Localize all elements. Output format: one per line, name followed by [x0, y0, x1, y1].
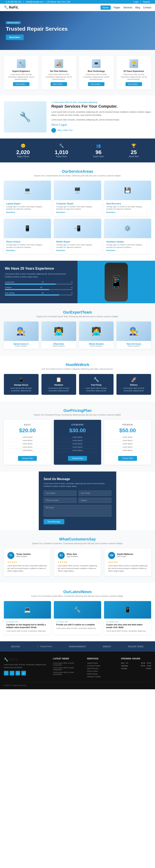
contact-email-input[interactable]	[78, 491, 111, 496]
work-step-desc-0: Lorem ipsum dolor sit amet, consectetur …	[7, 387, 36, 392]
social-facebook-icon[interactable]: f	[4, 671, 8, 676]
pricing-title: OurPricingPlan	[4, 408, 151, 413]
contact-name-input[interactable]	[44, 491, 77, 496]
experience-left: We Have 25 Years Experience Lorem ipsum …	[0, 261, 78, 303]
service-link-2[interactable]: Read More →	[106, 211, 118, 213]
team-body-0: Samuel Jason S. Expert Repairer	[4, 341, 39, 349]
hero-section: Repair Shop Trusted Repair Services Read…	[0, 11, 155, 50]
reviewer-name-0: Tomas Jasmine	[16, 553, 31, 555]
work-step-2: 🔧 Fast Fixing Lorem ipsum dolor sit amet…	[79, 374, 114, 395]
testimonial-text-0: Lorem ipsum dolor sit amet, consectetur …	[7, 564, 47, 572]
hero-title: Trusted Repair Services	[6, 26, 68, 32]
plan-btn-2[interactable]: Choose Plan	[118, 456, 137, 461]
team-body-2: Miriam Amanda Expert Repairer	[79, 341, 114, 349]
service-img-4: 📲	[54, 219, 101, 238]
experience-section: We Have 25 Years Experience Lorem ipsum …	[0, 261, 155, 303]
stat-icon-3: 🏆	[129, 143, 139, 148]
work-step-desc-3: Lorem ipsum dolor sit amet, consectetur …	[119, 387, 148, 392]
service-desc-1: Average age 4.5 months in the repair cat…	[56, 206, 99, 210]
login-link[interactable]: Login	[134, 1, 138, 3]
footer-hours-title: Opening Hours	[121, 657, 151, 660]
feature-btn-0[interactable]: View Details →	[13, 82, 30, 86]
feature-btn-2[interactable]: View Details →	[88, 82, 105, 86]
stat-icon-1: 🔧	[55, 143, 68, 148]
testimonials-subtitle: Explore Our Consistent Customers: Consis…	[4, 542, 151, 545]
how-work-subtitle: Get Your Project Done in 4 Steps! Catego…	[4, 368, 151, 370]
reviewer-info-2: Sandra Matheson SEO Expert	[117, 553, 133, 558]
footer-services-title: Services	[87, 657, 117, 660]
progress-label-1: Analysis	[5, 286, 11, 288]
social-youtube-icon[interactable]: yt	[21, 671, 26, 676]
nav-blog[interactable]: Blog	[135, 6, 140, 9]
video-tour-button[interactable]: ▶ Take a Video Tour	[51, 128, 73, 133]
news-desc-2: Lorem ipsum dolor sit amet, consectetur …	[106, 630, 149, 632]
service-img-2: 💾	[104, 181, 151, 200]
reviewer-info-0: Tomas Jasmine Web Designer	[16, 553, 31, 558]
feature-item: Lorem ipsum	[107, 439, 148, 442]
list-item: Laptop Repair	[87, 662, 117, 664]
stars-2: ★★★★★	[108, 561, 148, 563]
nav-services[interactable]: Services	[123, 6, 132, 9]
team-body-1: Ethan Dave Expert Repairer	[41, 341, 76, 349]
service-link-4[interactable]: Read More →	[56, 249, 68, 251]
register-link[interactable]: Register	[143, 1, 150, 3]
contact-phone-input[interactable]	[44, 498, 77, 503]
social-linkedin-icon[interactable]: in	[15, 671, 20, 676]
reviewer-role-2: SEO Expert	[117, 555, 133, 558]
team-section: OurExpertTeam Explore Our Committed Expe…	[0, 303, 155, 356]
nav-home[interactable]: Home	[101, 5, 111, 10]
service-title-3: Phone Unlock	[6, 241, 49, 243]
plan-name-1: Standard	[57, 424, 98, 426]
feature-card-3: 🏆 25 Years Experience Lorem ipsum dolor …	[116, 56, 151, 90]
partner-4: RAZOR WIDE	[128, 645, 144, 648]
news-date-0: 01 January, 2024	[6, 621, 49, 623]
footer-services-col: Services Laptop Repair Computer Repair D…	[87, 657, 117, 678]
reviewer-role-0: Web Designer	[16, 555, 31, 558]
feature-btn-3[interactable]: View Details →	[125, 82, 142, 86]
service-link-1[interactable]: Read More →	[56, 211, 68, 213]
logo: 🔧 ReFit.	[4, 5, 18, 9]
progress-analysis: Analysis 65%	[5, 286, 73, 290]
phone-link[interactable]: +1 (0) 000 555 234	[5, 1, 21, 3]
service-title-4: Mobile Repair	[56, 241, 99, 243]
contact-email-group	[78, 491, 111, 496]
service-card-3: 📱 Phone Unlock Average age 4.5 months in…	[4, 219, 51, 254]
work-step-icon-0: 📱	[7, 377, 36, 382]
plan-price-0: $20.00	[7, 427, 48, 434]
feature-title-0: Expert Engineers	[7, 70, 36, 72]
plan-name-0: Basic	[7, 424, 48, 426]
contact-form-row1	[44, 491, 111, 498]
plan-btn-1[interactable]: Choose Plan	[68, 456, 87, 461]
team-title: OurExpertTeam	[4, 310, 151, 314]
hero-cta-button[interactable]: Read More	[6, 35, 24, 40]
partner-1: ⚫ Cupertino	[37, 645, 52, 648]
contact-message-input[interactable]	[44, 505, 111, 517]
nav-menu: Home Pages Services Blog Contact	[101, 6, 151, 9]
service-link-0[interactable]: Read More →	[6, 211, 17, 213]
plan-price-2: $50.00	[107, 427, 148, 434]
testimonial-0: TJ Tomas Jasmine Web Designer ★★★★★ Lore…	[4, 549, 50, 576]
plan-btn-0[interactable]: Choose Plan	[18, 456, 37, 461]
social-twitter-icon[interactable]: t	[10, 671, 14, 676]
stat-2: 👥 96 Expert Team	[93, 143, 104, 158]
nav-pages[interactable]: Pages	[114, 6, 120, 9]
feature-item: Lorem ipsum	[57, 445, 98, 449]
contact-section: Send Us Message Lorem ipsum dolor sit am…	[0, 471, 155, 530]
top-bar: +1 (0) 000 555 234 | hello@example.com |…	[0, 0, 155, 4]
service-link-3[interactable]: Read More →	[6, 249, 17, 251]
news-title-0: Capitalize on low hanging fruit to ident…	[6, 623, 49, 629]
feature-btn-1[interactable]: View Details →	[50, 82, 67, 86]
nav-contact[interactable]: Contact	[143, 6, 151, 9]
service-link-5[interactable]: Read More →	[106, 249, 118, 251]
email-link[interactable]: hello@example.com	[26, 1, 44, 3]
contact-subject-input[interactable]	[78, 498, 111, 503]
partner-0: BEXON	[11, 645, 20, 648]
contact-message-group	[44, 505, 111, 517]
contact-submit-button[interactable]: Send Message	[44, 519, 64, 524]
work-step-icon-3: 🚀	[119, 377, 148, 382]
team-card-1: 👨‍💻 Ethan Dave Expert Repairer	[41, 321, 76, 349]
testimonials-title: WhatCustomersSay	[4, 537, 151, 541]
news-date-2: 01 January, 2024	[106, 621, 149, 623]
news-body-2: 01 January, 2024 Explain why they need a…	[104, 619, 151, 635]
plan-name-2: Premium	[107, 424, 148, 426]
